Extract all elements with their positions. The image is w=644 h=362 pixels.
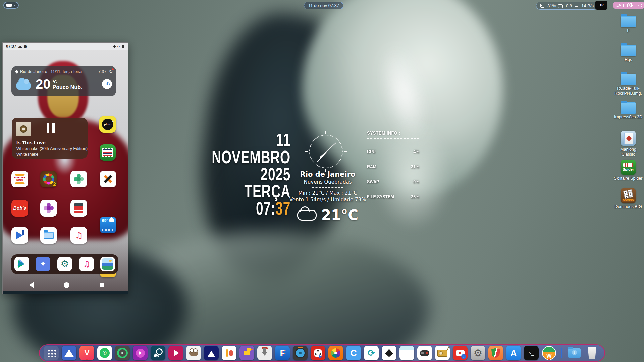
app-loteria-green[interactable]	[70, 171, 87, 187]
bk-bun-bottom	[15, 182, 25, 184]
desktop-icon-dominoes-big[interactable]: DOMINO Dominoes BIG	[609, 188, 644, 209]
dock-downloads-folder[interactable]	[567, 346, 582, 360]
desktop-icon-mahjong[interactable]: Mahjong Classic	[609, 131, 644, 157]
app-music-note[interactable]: ♫	[70, 227, 87, 244]
window-preview-pill	[6, 4, 12, 7]
conky-condition: Nuvens Quebradas	[286, 179, 370, 185]
phone-dock-music[interactable]: ♫	[79, 257, 94, 272]
desktop-icon-f[interactable]: F	[609, 16, 644, 33]
conky-time: 07:37	[197, 200, 290, 217]
weather-speaker-button[interactable]	[102, 79, 112, 89]
app-play-books[interactable]	[11, 227, 28, 244]
phone-status-vpn-icon	[113, 45, 116, 48]
app-x-orange[interactable]	[100, 171, 116, 187]
xp-pen-tray-icon[interactable]: XP	[595, 1, 607, 10]
quick-settings-applet[interactable]	[613, 2, 644, 9]
phone-weather-widget[interactable]: Rio de Janeiro 11/11, terça-feira 7:37 ↻…	[11, 66, 116, 96]
dock-bottles[interactable]	[222, 346, 236, 360]
play-arrow-icon	[319, 355, 324, 358]
app-pluto-tv[interactable]: pluto tv	[99, 116, 116, 133]
app-burger-king[interactable]: BURGER KING	[11, 171, 28, 187]
gallery-icon	[102, 258, 113, 270]
dock-notes[interactable]	[399, 346, 414, 360]
app-bobs[interactable]: Bob's	[11, 200, 28, 217]
blue-disc-icon	[295, 348, 306, 358]
dock-disc-recorder[interactable]	[293, 346, 308, 360]
dock-media-purple[interactable]	[133, 346, 148, 360]
dock-app-store[interactable]: A	[506, 346, 521, 360]
screen-pen-icon[interactable]	[623, 4, 628, 7]
dock-video-converter[interactable]	[311, 346, 325, 360]
refresh-icon[interactable]: ↻	[109, 69, 113, 74]
wallpaper-robot-chest	[111, 231, 429, 362]
gear-icon: ⚙	[474, 348, 483, 358]
desktop-icon-label: Hqs	[609, 57, 644, 62]
dock-youtube-downloader[interactable]: ↓	[453, 346, 468, 360]
nav-back-button[interactable]	[26, 282, 34, 288]
dock-waydroid[interactable]: W	[542, 346, 556, 360]
dock-radio[interactable]	[435, 346, 450, 360]
desktop-icon-hqs[interactable]: Hqs	[609, 45, 644, 62]
app-files[interactable]	[40, 227, 57, 244]
dock-terminal[interactable]: >_	[524, 346, 539, 360]
phone-dock-gallery[interactable]	[100, 257, 115, 272]
dock-gimp[interactable]	[186, 346, 201, 360]
play-store-icon	[18, 260, 28, 268]
app-weather[interactable]: 69°	[100, 217, 116, 233]
phone-music-widget[interactable]: Is This Love Whitesnake (30th Anniversar…	[12, 118, 88, 159]
dock-vivaldi[interactable]: V	[79, 346, 94, 360]
volume-icon[interactable]	[631, 4, 635, 7]
desktop-icon-impressoes-3d[interactable]: Impressões 3D	[609, 102, 644, 119]
window-list-applet[interactable]	[3, 2, 19, 9]
phone-status-battery-icon	[122, 45, 124, 48]
desktop-icon-rcade-img[interactable]: RCade-Full-RockPi4B.img.	[609, 74, 644, 96]
phone-dock-gemini[interactable]: ✦	[36, 257, 50, 272]
dock-steam[interactable]	[151, 346, 165, 360]
mahjong-tile-icon	[621, 131, 636, 146]
app-calculator[interactable]	[70, 200, 87, 217]
conky-analog-clock	[309, 135, 343, 168]
panel-clock[interactable]: 11 de nov 07:37	[304, 2, 343, 9]
phone-dock: ✦ ⚙ ♫	[11, 254, 118, 274]
phone-dock-play-store[interactable]	[14, 257, 29, 272]
app-loteria-purple[interactable]	[40, 200, 57, 217]
dock-arch-linux[interactable]	[62, 346, 76, 360]
nav-home-button[interactable]	[64, 282, 69, 288]
pause-button[interactable]	[47, 123, 55, 133]
dock-inkscape[interactable]	[382, 346, 396, 360]
phone-status-signal-icon: ··	[117, 44, 120, 49]
desktop-icon-label: Impressões 3D	[609, 115, 644, 119]
dock-trash[interactable]	[585, 346, 599, 360]
app-solitaire[interactable]	[100, 144, 116, 161]
dock-antivirus[interactable]	[488, 346, 503, 360]
dock-f-app[interactable]: F	[275, 346, 290, 360]
down-arrow-icon	[262, 352, 268, 359]
dock-triangle-a[interactable]	[204, 346, 219, 360]
dock-games[interactable]	[417, 346, 432, 360]
marble-badge: 2	[53, 181, 56, 187]
dock-app-launcher[interactable]	[44, 346, 59, 360]
dock-media-magenta[interactable]	[168, 346, 183, 360]
dock-system-settings[interactable]: ⚙	[471, 346, 485, 360]
app-marble-puzzle[interactable]: 2	[40, 171, 57, 187]
dock-c-app[interactable]: C	[346, 346, 361, 360]
dock-media-green[interactable]	[115, 346, 130, 360]
dock-whatsapp[interactable]: ✆	[97, 346, 112, 360]
phone-status-bar: 07:37 ☁ ● ··	[3, 43, 128, 50]
power-icon[interactable]	[638, 4, 642, 7]
weather-69-label: 69°	[102, 218, 108, 223]
dock-pinwheel-photos[interactable]	[328, 346, 343, 360]
weather-location: Rio de Janeiro	[20, 69, 47, 74]
dock-archive-press[interactable]	[257, 346, 272, 360]
dock-duckstation[interactable]	[239, 346, 254, 360]
system-monitor-applet[interactable]: 31% 0.8 ☁ 14 B/s	[536, 2, 598, 10]
phone-mirror-window[interactable]: 07:37 ☁ ● ·· Rio de Janeiro 11/11, terça…	[2, 42, 128, 294]
coffee-icon[interactable]	[616, 4, 620, 7]
phone-dock-settings[interactable]: ⚙	[57, 257, 72, 272]
nav-recents-button[interactable]	[100, 283, 104, 287]
dock-sync-app[interactable]: ⟳	[364, 346, 379, 360]
desktop-icon-solitaire-spider[interactable]: Spider Solitaire Spider	[609, 160, 644, 181]
gimp-wilber-icon	[189, 350, 198, 356]
conky-temperature: 21°C	[321, 207, 358, 223]
phone-bottom-edge	[3, 291, 128, 294]
